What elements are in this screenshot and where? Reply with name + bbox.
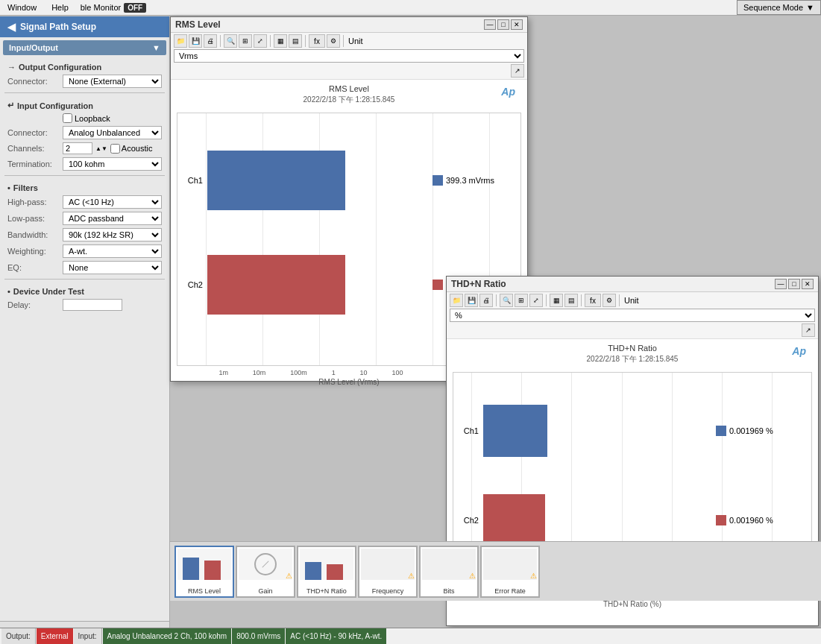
rms-minimize-btn[interactable]: — (484, 19, 496, 30)
rms-chart-title: RMS Level (171, 83, 527, 95)
tb-grid-icon[interactable]: ⊞ (239, 34, 252, 48)
thumbnails-bar: RMS Level ⚠ Gain THD+N Ratio ⚠ Frequency… (170, 541, 821, 601)
dropdown-arrow-icon: ▼ (152, 43, 160, 52)
thumb-bits[interactable]: ⚠ Bits (419, 546, 479, 598)
thd-unit-select[interactable]: % (450, 309, 815, 322)
rms-maximize-btn[interactable]: □ (497, 19, 509, 30)
menu-bar: Window Help ble Monitor OFF Sequence Mod… (0, 0, 821, 16)
thumb-gain[interactable]: ⚠ Gain (236, 546, 295, 598)
highpass-row: High-pass: AC (<10 Hz) (0, 194, 169, 210)
thd-unit-label: Unit (624, 296, 639, 305)
delay-input[interactable]: 0.000 s (63, 299, 122, 311)
thd-tb-sep-1 (496, 294, 497, 306)
thd-toolbar: 📁 💾 🖨 🔍 ⊞ ⤢ ▦ ▤ fx ⚙ Unit % ↗ (447, 292, 818, 339)
termination-row: Termination: 100 kohm (0, 156, 169, 172)
thd-tb-zoom-icon[interactable]: 🔍 (500, 294, 513, 307)
thd-tb-table-icon[interactable]: ▦ (550, 294, 563, 307)
x-tick-10m: 10m (253, 369, 266, 376)
rms-window-controls: — □ ✕ (484, 19, 523, 30)
tb-sep-4 (343, 35, 344, 47)
weighting-select[interactable]: A-wt. (63, 244, 162, 258)
thumb-rms-bar-blue (183, 558, 199, 579)
delay-row: Delay: 0.000 s (0, 297, 169, 312)
thumb-gain-line (262, 561, 268, 567)
loopback-checkbox[interactable] (63, 113, 72, 123)
thd-maximize-btn[interactable]: □ (788, 279, 800, 289)
thd-tb-save-icon[interactable]: 💾 (465, 294, 478, 307)
termination-select[interactable]: 100 kohm (63, 157, 162, 171)
menu-window[interactable]: Window (4, 1, 40, 13)
divider-2 (4, 175, 165, 176)
thumb-rms[interactable]: RMS Level (174, 546, 234, 598)
tb-settings-icon[interactable]: ⚙ (327, 34, 340, 48)
thd-ap-logo: Ap (792, 345, 806, 357)
rms-unit-select[interactable]: Vrms (174, 49, 524, 63)
input-output-dropdown[interactable]: Input/Output ▼ (3, 40, 166, 55)
thd-tb-open-icon[interactable]: 📁 (450, 294, 463, 307)
tb-zoom-icon[interactable]: 🔍 (224, 34, 237, 48)
output-connector-select[interactable]: None (External) (63, 75, 162, 88)
tb-fx-icon[interactable]: fx (309, 34, 325, 48)
tb-expand-icon[interactable]: ⤢ (254, 34, 267, 48)
tb-print-icon[interactable]: 🖨 (204, 34, 217, 48)
thumb-thd[interactable]: THD+N Ratio (297, 546, 356, 598)
thumb-freq[interactable]: ⚠ Frequency (358, 546, 418, 598)
thd-tb-settings-icon[interactable]: ⚙ (603, 294, 616, 307)
toggle-off-btn[interactable]: OFF (124, 3, 146, 13)
tb-save-icon[interactable]: 💾 (189, 34, 202, 48)
signal-path-header[interactable]: ◀ Signal Path Setup (0, 16, 169, 37)
eq-select[interactable]: None (63, 261, 162, 274)
thumb-bits-warning: ⚠ (469, 572, 476, 580)
rms-title: RMS Level (175, 19, 221, 30)
sequence-mode-btn[interactable]: Sequence Mode ▼ (737, 0, 821, 15)
thd-tb-fx-icon[interactable]: fx (585, 294, 601, 307)
lowpass-select[interactable]: ADC passband (63, 212, 162, 225)
tb-chart-icon[interactable]: ▤ (289, 34, 302, 48)
thumb-gain-warning: ⚠ (286, 572, 292, 580)
thd-tb-chart-icon[interactable]: ▤ (564, 294, 578, 307)
thumb-rms-label: RMS Level (188, 587, 221, 595)
status-level-value: 800.0 mVrms (232, 628, 285, 644)
thd-tb-print-icon[interactable]: 🖨 (479, 294, 493, 307)
channels-input[interactable] (63, 142, 92, 154)
status-input-label: Input: (74, 628, 102, 644)
status-external-value: External (37, 628, 73, 644)
status-analog-value: Analog Unbalanced 2 Ch, 100 kohm (103, 628, 232, 644)
highpass-select[interactable]: AC (<10 Hz) (63, 195, 162, 209)
thd-close-btn[interactable]: ✕ (802, 279, 814, 289)
thumb-freq-label: Frequency (372, 587, 404, 595)
tb-export-icon[interactable]: ↗ (511, 64, 524, 78)
thd-tb-export-icon[interactable]: ↗ (802, 323, 815, 337)
thd-ch1-bar (483, 405, 547, 457)
thd-tb-expand-icon[interactable]: ⤢ (529, 294, 543, 307)
input-connector-select[interactable]: Analog Unbalanced (63, 126, 162, 139)
thd-tb-sep-3 (581, 294, 582, 306)
thd-ch1-row: Ch1 0.001969 % (453, 399, 811, 462)
acoustic-checkbox[interactable] (110, 144, 120, 154)
thumb-gain-label: Gain (258, 587, 272, 595)
dot-dut-icon: • (7, 287, 10, 296)
tb-open-icon[interactable]: 📁 (174, 34, 187, 48)
x-tick-100: 100 (391, 369, 403, 376)
output-connector-row: Connector: None (External) (0, 73, 169, 89)
thumb-gain-preview: ⚠ (239, 549, 292, 580)
thumb-errrate-label: Error Rate (494, 587, 526, 595)
thumb-errrate[interactable]: ⚠ Error Rate (480, 546, 540, 598)
thd-ch1-color (716, 426, 726, 436)
menu-help[interactable]: Help (48, 1, 72, 13)
filters-header: • Filters (0, 179, 169, 194)
tb-sep-2 (270, 35, 271, 47)
thumb-thd-bar-blue (305, 562, 321, 579)
thd-minimize-btn[interactable]: — (775, 279, 787, 289)
bandwidth-select[interactable]: 90k (192 kHz SR) (63, 228, 162, 242)
thumb-errrate-preview: ⚠ (483, 549, 537, 580)
thd-tb-grid-icon[interactable]: ⊞ (515, 294, 528, 307)
rms-close-btn[interactable]: ✕ (511, 19, 523, 30)
output-arrow-icon: → (7, 63, 16, 72)
tb-table-icon[interactable]: ▦ (274, 34, 287, 48)
rms-ch1-bar (207, 151, 345, 210)
thd-chart-title: THD+N Ratio (447, 342, 818, 354)
status-output-label: Output: (1, 628, 36, 644)
thd-ch2-value: 0.001960 % (729, 516, 811, 525)
thd-title: THD+N Ratio (451, 279, 506, 289)
